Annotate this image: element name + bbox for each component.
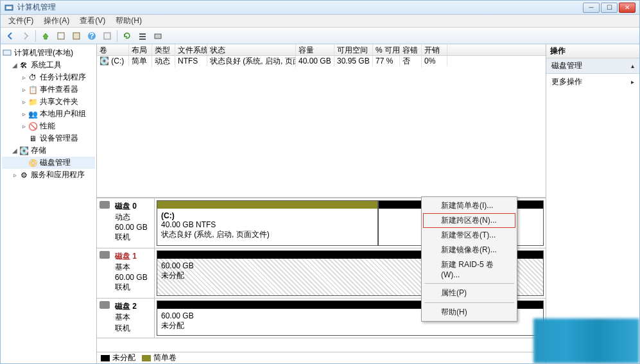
tree-label: 系统工具: [31, 60, 62, 71]
col-pct[interactable]: % 可用: [373, 44, 400, 55]
context-menu: 新建简单卷(I)... 新建跨区卷(N)... 新建带区卷(T)... 新建镜像…: [421, 196, 517, 322]
window-maximize-button[interactable]: ☐: [601, 3, 618, 13]
tree-devmgr[interactable]: 🖥设备管理器: [2, 132, 95, 144]
tree-systools[interactable]: ◢🛠系统工具: [2, 59, 95, 71]
nav-forward-button[interactable]: [19, 29, 33, 43]
expand-icon[interactable]: ◢: [11, 147, 19, 154]
legend-simple: 简单卷: [142, 352, 177, 363]
cell-cap: 40.00 GB: [296, 56, 334, 66]
svg-rect-6: [104, 33, 110, 39]
disk-1-online: 联机: [115, 282, 150, 293]
cell-type: 动态: [152, 55, 175, 67]
disk-1-kind: 基本: [115, 262, 150, 273]
tree-services[interactable]: ▹⚙服务和应用程序: [2, 169, 95, 181]
svg-rect-11: [3, 50, 11, 55]
cell-ft: 否: [400, 55, 422, 67]
wrench-icon: 🛠: [19, 61, 29, 70]
refresh-button[interactable]: [120, 29, 134, 43]
expand-icon[interactable]: ▹: [20, 110, 28, 117]
help-button[interactable]: ?: [85, 29, 99, 43]
tree-label: 存储: [31, 145, 46, 156]
menu-view[interactable]: 查看(V): [74, 14, 110, 28]
menu-help[interactable]: 帮助(H): [110, 14, 147, 28]
volume-header: 卷 布局 类型 文件系统 状态 容量 可用空间 % 可用 容错 开销: [97, 44, 546, 56]
disk-0-online: 联机: [115, 232, 150, 243]
col-free[interactable]: 可用空间: [334, 44, 373, 55]
col-fs[interactable]: 文件系统: [175, 44, 207, 55]
disk-1-name: 磁盘 1: [115, 251, 150, 262]
tool-btn-4[interactable]: [151, 29, 165, 43]
ctx-properties[interactable]: 属性(P): [423, 286, 515, 300]
actions-pane: 操作 磁盘管理▴ 更多操作▸: [546, 44, 639, 363]
expand-icon[interactable]: ▹: [20, 98, 28, 105]
partition-label: (C:): [161, 211, 374, 220]
tree-label: 服务和应用程序: [31, 169, 85, 180]
tree-localusers[interactable]: ▹👥本地用户和组: [2, 108, 95, 120]
menu-file[interactable]: 文件(F): [3, 14, 39, 28]
tree-root[interactable]: 计算机管理(本地): [2, 47, 95, 59]
tree-eventviewer[interactable]: ▹📋事件查看器: [2, 83, 95, 96]
actions-diskmgmt[interactable]: 磁盘管理▴: [546, 58, 639, 74]
center-pane: 卷 布局 类型 文件系统 状态 容量 可用空间 % 可用 容错 开销 💽 (C:…: [97, 44, 546, 363]
app-icon: [4, 3, 13, 12]
toolbar-sep: [35, 30, 36, 42]
col-oh[interactable]: 开销: [422, 44, 447, 55]
ctx-new-mirrored-volume[interactable]: 新建镜像卷(R)...: [423, 243, 515, 257]
expand-icon[interactable]: ▹: [11, 171, 19, 178]
expand-icon[interactable]: ▹: [20, 74, 28, 81]
nav-back-button[interactable]: [3, 29, 17, 43]
volume-list: 卷 布局 类型 文件系统 状态 容量 可用空间 % 可用 容错 开销 💽 (C:…: [97, 44, 546, 198]
tree-shares[interactable]: ▹📁共享文件夹: [2, 96, 95, 108]
legend-unalloc: 未分配: [101, 352, 135, 363]
tree-storage[interactable]: ◢💽存储: [2, 144, 95, 157]
window-minimize-button[interactable]: ─: [583, 3, 600, 13]
partition-status: 状态良好 (系统, 启动, 页面文件): [161, 229, 374, 240]
perf-icon: 🚫: [28, 122, 38, 131]
tree-scheduler[interactable]: ▹⏱任务计划程序: [2, 71, 95, 83]
menu-action[interactable]: 操作(A): [39, 14, 74, 28]
col-layout[interactable]: 布局: [129, 44, 152, 55]
expand-icon[interactable]: ▹: [20, 123, 28, 130]
settings-list-button[interactable]: [135, 29, 150, 43]
cell-status: 状态良好 (系统, 启动, 页面文件): [207, 55, 296, 67]
ctx-new-striped-volume[interactable]: 新建带区卷(T)...: [423, 228, 515, 243]
tree-label: 事件查看器: [40, 84, 78, 95]
ctx-new-raid5-volume[interactable]: 新建 RAID-5 卷(W)...: [423, 257, 515, 281]
expand-icon[interactable]: ◢: [11, 62, 19, 69]
actions-header: 操作: [546, 44, 639, 58]
tree-label: 共享文件夹: [40, 96, 78, 107]
volume-row[interactable]: 💽 (C:) 简单 动态 NTFS 状态良好 (系统, 启动, 页面文件) 40…: [97, 56, 546, 66]
window-close-button[interactable]: ✕: [619, 3, 636, 13]
expand-icon[interactable]: ▹: [20, 86, 28, 93]
col-volume[interactable]: 卷: [97, 44, 129, 55]
tree-label: 磁盘管理: [40, 157, 71, 168]
disk-icon: [99, 201, 110, 209]
ctx-new-simple-volume[interactable]: 新建简单卷(I)...: [423, 198, 515, 213]
tool-btn-1[interactable]: [54, 29, 68, 43]
ctx-new-spanned-volume[interactable]: 新建跨区卷(N)...: [423, 213, 515, 228]
tree-perf[interactable]: ▹🚫性能: [2, 120, 95, 132]
ctx-help[interactable]: 帮助(H): [423, 305, 515, 320]
col-status[interactable]: 状态: [207, 44, 296, 55]
tree-label: 本地用户和组: [40, 108, 86, 119]
log-icon: 📋: [28, 85, 38, 94]
partition-size: 40.00 GB NTFS: [161, 220, 374, 229]
col-cap[interactable]: 容量: [296, 44, 334, 55]
nav-tree[interactable]: 计算机管理(本地) ◢🛠系统工具 ▹⏱任务计划程序 ▹📋事件查看器 ▹📁共享文件…: [1, 44, 97, 363]
tree-diskmgmt[interactable]: 📀磁盘管理: [2, 157, 95, 169]
drive-icon: 💽: [99, 56, 109, 65]
col-ft[interactable]: 容错: [400, 44, 422, 55]
folder-share-icon: 📁: [28, 98, 38, 107]
actions-more[interactable]: 更多操作▸: [546, 74, 639, 90]
col-type[interactable]: 类型: [152, 44, 175, 55]
up-button[interactable]: [39, 29, 53, 43]
disk-0-partition-c[interactable]: (C:) 40.00 GB NTFS 状态良好 (系统, 启动, 页面文件): [157, 200, 378, 246]
legend-swatch-olive: [142, 355, 151, 361]
tool-btn-3[interactable]: [100, 29, 114, 43]
tool-btn-2[interactable]: [69, 29, 83, 43]
disk-0-size: 60.00 GB: [115, 223, 150, 232]
window-title: 计算机管理: [17, 2, 583, 13]
cell-fs: NTFS: [175, 56, 207, 66]
tree-label: 设备管理器: [40, 133, 78, 144]
tree-label: 任务计划程序: [40, 72, 86, 83]
